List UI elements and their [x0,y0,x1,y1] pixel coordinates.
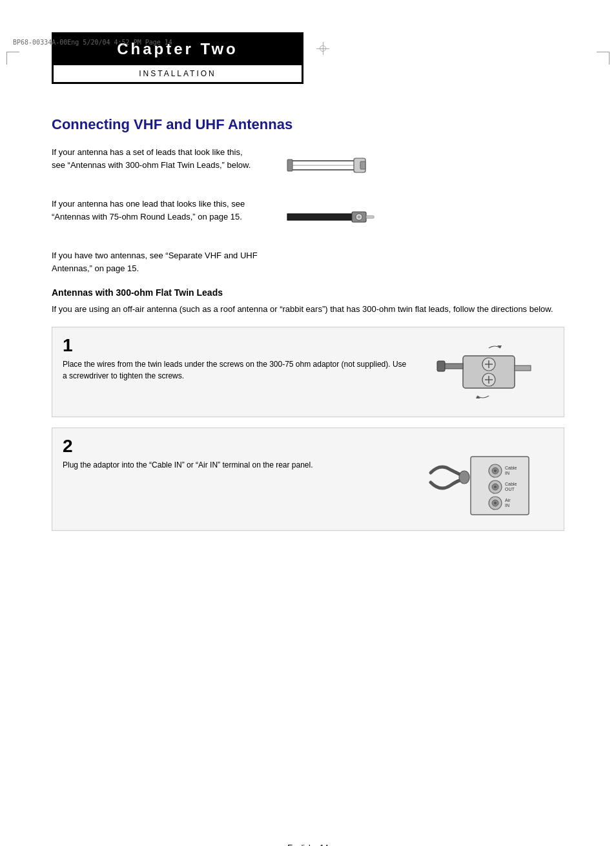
step-1-number: 1 [63,336,411,355]
rear-panel-diagram: Cable IN Cable OUT Air IN [424,437,553,521]
step-2-box: 2 Plug the adaptor into the “Cable IN” o… [52,428,564,531]
svg-text:Air: Air [505,498,511,502]
svg-rect-19 [515,366,531,371]
step-2-image: Cable IN Cable OUT Air IN [424,437,553,521]
step-1-description: Place the wires from the twin leads unde… [63,358,411,382]
antenna-row-round-lead: If your antenna has one lead that looks … [52,198,564,236]
svg-point-9 [358,216,360,218]
main-content: Chapter Two INSTALLATION Connecting VHF … [52,32,564,531]
svg-rect-17 [444,364,463,369]
svg-text:OUT: OUT [505,487,515,491]
antenna-text-flat-twin: If your antenna has a set of leads that … [52,146,258,171]
svg-text:Cable: Cable [505,482,517,486]
svg-point-36 [494,502,497,504]
antenna-image-flat-twin [278,146,394,185]
flat-twin-diagram [284,149,387,181]
footer: English - 14 [0,843,616,846]
corner-tr [597,52,610,65]
svg-text:IN: IN [505,471,509,475]
chapter-subtitle: INSTALLATION [53,65,302,83]
step-1-box: 1 Place the wires from the twin leads un… [52,327,564,417]
antenna-row-flat-twin: If your antenna has a set of leads that … [52,146,564,185]
screw-adaptor-diagram [431,336,547,408]
subsection-body: If you are using an off-air antenna (suc… [52,303,564,316]
svg-rect-2 [287,160,293,171]
svg-text:IN: IN [505,503,509,508]
svg-rect-5 [287,214,352,220]
step-2-content: 2 Plug the adaptor into the “Cable IN” o… [63,437,411,471]
round-lead-diagram [284,201,387,233]
page: BP68-00334A-00Eng 5/20/04 4:52 PM Page 1… [0,32,616,846]
antenna-text-two-antennas: If you have two antennas, see “Separate … [52,249,258,274]
antenna-image-round-lead [278,198,394,236]
step-1-image [424,336,553,408]
svg-point-22 [459,471,469,484]
svg-rect-7 [366,216,374,218]
section-heading: Connecting VHF and UHF Antennas [52,116,564,133]
corner-tl [6,52,19,65]
reg-mark-top [316,42,329,55]
step-2-description: Plug the adaptor into the “Cable IN” or … [63,459,411,471]
svg-rect-4 [360,161,365,169]
print-header-text: BP68-00334A-00Eng 5/20/04 4:52 PM Page 1… [13,39,172,46]
step-2-number: 2 [63,437,411,455]
svg-point-31 [494,486,497,488]
subsection-heading: Antennas with 300-ohm Flat Twin Leads [52,287,564,298]
svg-rect-18 [437,361,445,371]
svg-text:Cable: Cable [505,466,517,470]
print-header: BP68-00334A-00Eng 5/20/04 4:52 PM Page 1… [13,39,172,46]
svg-point-26 [494,469,497,472]
antenna-text-round-lead: If your antenna has one lead that looks … [52,198,258,223]
step-1-content: 1 Place the wires from the twin leads un… [63,336,411,382]
footer-text: English - 14 [287,843,328,846]
